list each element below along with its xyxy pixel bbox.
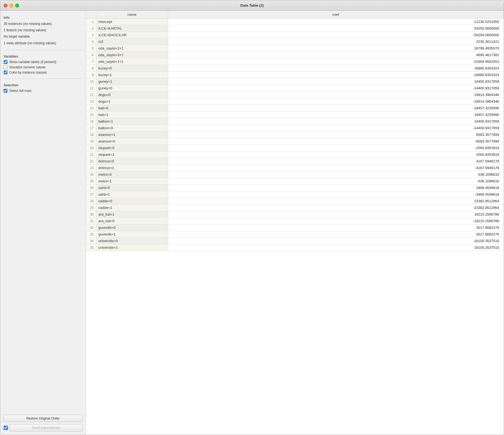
table-row[interactable]: 16balkon=114400.9317659 <box>86 118 504 125</box>
row-number: 28 <box>86 198 96 204</box>
row-name: metro=1 <box>96 178 168 185</box>
visualize-numeric-row[interactable]: Visualize numeric values <box>4 65 82 69</box>
info-line-2: 1 feature (no missing values) <box>4 28 82 33</box>
table-row[interactable]: 4m22230.3011421 <box>86 38 504 45</box>
row-coef: -6583.3577894 <box>168 138 504 145</box>
visualize-numeric-label: Visualize numeric values <box>9 65 46 69</box>
row-coef: -14400.9317659 <box>168 85 504 92</box>
row-coef: -3468.4548618 <box>168 191 504 198</box>
table-row[interactable]: 35universite=116100.3537510 <box>86 244 504 251</box>
send-automatically-button[interactable]: Send Automatically <box>10 424 82 431</box>
table-row[interactable]: 1intercept-11230.5201955 <box>86 19 504 25</box>
row-coef: 16799.4935070 <box>168 45 504 52</box>
row-name: universite=0 <box>96 238 168 244</box>
table-row[interactable]: 30ara_kat=119215.2566786 <box>86 211 504 218</box>
table-row[interactable]: 14bati=0-19457.4235990 <box>86 105 504 112</box>
row-number: 35 <box>86 244 96 251</box>
row-name: cadde=0 <box>96 198 168 204</box>
info-section-title: Info <box>4 16 82 20</box>
table-row[interactable]: 27sahil=1-3468.4548618 <box>86 191 504 198</box>
table-row[interactable]: 19asansor=0-6583.3577894 <box>86 138 504 145</box>
close-button[interactable] <box>4 4 7 7</box>
show-variable-labels-row[interactable]: Show variable labels (if present) <box>4 60 82 64</box>
table-row[interactable]: 3ILCE=BAGCILAR-54250.0000000 <box>86 32 504 38</box>
table-row[interactable]: 9kuzey=1-16880.6303324 <box>86 72 504 78</box>
table-row[interactable]: 25metro=1-538.1096610 <box>86 178 504 185</box>
send-auto-checkbox[interactable] <box>4 426 8 430</box>
table-area[interactable]: name coef 1intercept-11230.52019552ILCE=… <box>86 11 504 435</box>
table-row[interactable]: 31ara_kat=0-19215.2566786 <box>86 218 504 224</box>
row-number: 32 <box>86 224 96 231</box>
table-row[interactable]: 15bati=119457.4235990 <box>86 112 504 118</box>
row-name: asansor=0 <box>96 138 168 145</box>
row-number: 27 <box>86 191 96 198</box>
table-row[interactable]: 10guney=114400.9317659 <box>86 78 504 85</box>
col-header-name[interactable]: name <box>96 11 168 19</box>
row-coef: 19215.2566786 <box>168 211 504 218</box>
visualize-numeric-checkbox[interactable] <box>4 65 7 69</box>
table-row[interactable]: 6oda_sayisi=3+14895.4617381 <box>86 52 504 58</box>
col-header-coef[interactable]: coef <box>168 11 504 19</box>
table-row[interactable]: 11guney=0-14400.9317659 <box>86 85 504 92</box>
row-name: balkon=0 <box>96 125 168 131</box>
row-number: 6 <box>86 52 96 58</box>
table-row[interactable]: 21otopark=12560.8353919 <box>86 151 504 158</box>
color-by-instance-row[interactable]: Color by instance classes <box>4 71 82 74</box>
table-row[interactable]: 24metro=0538.1096610 <box>86 171 504 178</box>
table-row[interactable]: 34universite=0-16100.3537510 <box>86 238 504 244</box>
table-row[interactable]: 26sahil=03468.4548618 <box>86 185 504 191</box>
col-header-rownum <box>86 11 96 19</box>
row-name: bati=1 <box>96 112 168 118</box>
table-row[interactable]: 8kuzey=016880.6303324 <box>86 65 504 72</box>
table-row[interactable]: 29cadde=1-23382.8512964 <box>86 204 504 211</box>
row-number: 10 <box>86 78 96 85</box>
table-row[interactable]: 12dogu=019914.3964346 <box>86 92 504 98</box>
bottom-controls: Restore Original Order Send Automaticall… <box>4 413 82 431</box>
row-number: 23 <box>86 165 96 171</box>
row-number: 4 <box>86 38 96 45</box>
table-row[interactable]: 33guvenlik=1-3017.8082276 <box>86 231 504 238</box>
table-row[interactable]: 13dogu=1-19914.3964346 <box>86 98 504 105</box>
select-full-rows-row[interactable]: Select full rows <box>4 89 82 93</box>
row-name: ara_kat=1 <box>96 211 168 218</box>
row-coef: 19914.3964346 <box>168 92 504 98</box>
row-name: sahil=1 <box>96 191 168 198</box>
minimize-button[interactable] <box>9 4 13 7</box>
row-name: kuzey=1 <box>96 72 168 78</box>
color-by-instance-checkbox[interactable] <box>4 71 7 74</box>
row-name: balkon=1 <box>96 118 168 125</box>
row-number: 12 <box>86 92 96 98</box>
info-line-4: 1 meta attribute (no missing values) <box>4 41 82 46</box>
maximize-button[interactable] <box>15 4 19 7</box>
table-row[interactable]: 20otopark=0-2560.8353919 <box>86 145 504 151</box>
row-number: 21 <box>86 151 96 158</box>
row-number: 26 <box>86 185 96 191</box>
table-row[interactable]: 2ILCE=KARTAL54250.0000000 <box>86 25 504 32</box>
main-content: Info 35 instances (no missing values) 1 … <box>0 11 504 435</box>
row-number: 17 <box>86 125 96 131</box>
row-coef: -16880.6303324 <box>168 72 504 78</box>
table-row[interactable]: 28cadde=023382.8512964 <box>86 198 504 204</box>
row-number: 29 <box>86 204 96 211</box>
row-name: guney=1 <box>96 78 168 85</box>
table-row[interactable]: 7oda_sayisi=1+1-21694.9552451 <box>86 58 504 65</box>
row-coef: 14400.9317659 <box>168 78 504 85</box>
table-row[interactable]: 22dolmus=04167.5946178 <box>86 158 504 165</box>
table-row[interactable]: 17balkon=0-14400.9317659 <box>86 125 504 131</box>
row-number: 30 <box>86 211 96 218</box>
row-number: 11 <box>86 85 96 92</box>
table-row[interactable]: 32guvenlik=03017.8082276 <box>86 224 504 231</box>
table-row[interactable]: 18asansor=16583.3577894 <box>86 131 504 138</box>
table-row[interactable]: 23dolmus=1-4167.5946178 <box>86 165 504 171</box>
select-full-rows-checkbox[interactable] <box>4 89 7 93</box>
row-name: dolmus=0 <box>96 158 168 165</box>
row-name: metro=0 <box>96 171 168 178</box>
select-full-rows-label: Select full rows <box>9 89 32 93</box>
table-row[interactable]: 5oda_sayisi=2+116799.4935070 <box>86 45 504 52</box>
restore-original-order-button[interactable]: Restore Original Order <box>4 415 82 422</box>
row-number: 9 <box>86 72 96 78</box>
row-name: asansor=1 <box>96 131 168 138</box>
show-variable-labels-checkbox[interactable] <box>4 60 7 64</box>
row-coef: 3468.4548618 <box>168 185 504 191</box>
row-name: guney=0 <box>96 85 168 92</box>
